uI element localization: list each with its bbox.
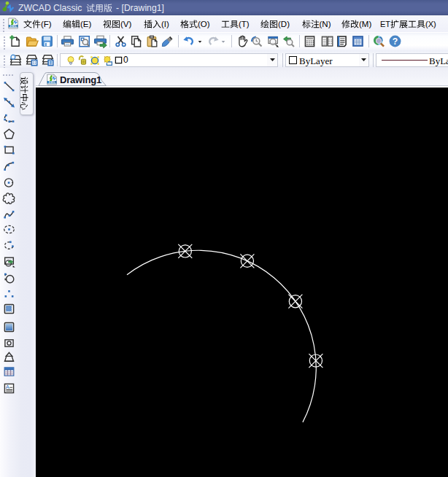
- svg-text:DWG: DWG: [9, 25, 16, 28]
- svg-text:?: ?: [393, 36, 398, 47]
- svg-text:DWG: DWG: [48, 81, 55, 84]
